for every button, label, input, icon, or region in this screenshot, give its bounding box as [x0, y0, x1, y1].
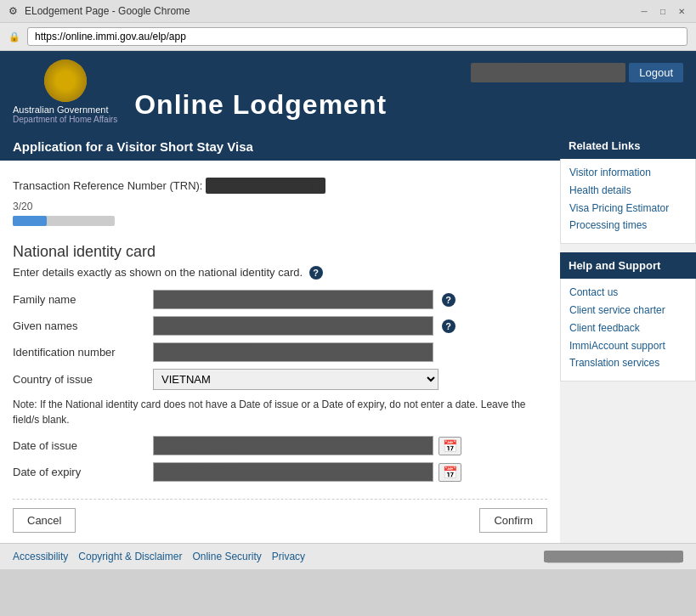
progress-row: 3/20 — [13, 197, 547, 233]
logo-image — [44, 59, 87, 102]
date-issue-calendar-icon[interactable]: 📅 — [439, 437, 461, 455]
sidebar-link-contact[interactable]: Contact us — [569, 285, 687, 300]
given-names-help-icon[interactable]: ? — [442, 319, 456, 333]
date-expiry-group: 📅 — [153, 462, 547, 482]
page-title: Online Lodgement — [134, 89, 387, 121]
browser-window: ⚙ ELodgement Page - Google Chrome ─ □ ✕ … — [0, 0, 696, 51]
progress-text: 3/20 — [13, 201, 32, 212]
trn-label: Transaction Reference Number (TRN): — [13, 179, 202, 192]
maximize-button[interactable]: □ — [657, 5, 669, 17]
sidebar-link-immiaccount[interactable]: ImmiAccount support — [569, 339, 687, 353]
section-help-icon[interactable]: ? — [309, 266, 323, 280]
country-field: VIETNAM AUSTRALIA OTHER — [153, 369, 547, 390]
cancel-button[interactable]: Cancel — [13, 508, 76, 533]
lock-icon: 🔒 — [8, 31, 20, 42]
sidebar-link-feedback[interactable]: Client feedback — [569, 321, 687, 336]
trn-value: ██████████████ — [206, 178, 325, 194]
main-container: Application for a Visitor Short Stay Vis… — [0, 133, 696, 543]
gov-logo: Australian Government Department of Home… — [13, 59, 117, 124]
sidebar-link-service-charter[interactable]: Client service charter — [569, 303, 687, 318]
content-area: Application for a Visitor Short Stay Vis… — [0, 133, 560, 543]
date-expiry-input[interactable] — [153, 462, 433, 482]
id-number-label: Identification number — [13, 346, 153, 359]
date-issue-row: Date of issue 📅 — [13, 436, 547, 455]
date-issue-label: Date of issue — [13, 439, 153, 452]
date-expiry-row: Date of expiry 📅 — [13, 462, 547, 482]
related-links-list: Visitor information Health details Visa … — [560, 159, 696, 244]
given-names-row: Given names ? — [13, 316, 547, 336]
country-label: Country of issue — [13, 373, 153, 386]
titlebar: ⚙ ELodgement Page - Google Chrome ─ □ ✕ — [0, 0, 696, 23]
date-issue-field: 📅 — [153, 436, 547, 455]
id-number-row: Identification number — [13, 342, 547, 362]
date-expiry-calendar-icon[interactable]: 📅 — [439, 463, 461, 482]
address-bar: 🔒 — [0, 23, 696, 50]
header: Australian Government Department of Home… — [0, 51, 696, 133]
logout-button[interactable]: Logout — [629, 63, 683, 82]
section-title: National identity card — [13, 243, 547, 261]
country-row: Country of issue VIETNAM AUSTRALIA OTHER — [13, 369, 547, 390]
id-number-input[interactable] — [153, 342, 433, 362]
section-desc: Enter details exactly as shown on the na… — [13, 266, 547, 280]
date-expiry-label: Date of expiry — [13, 466, 153, 478]
footer-link-privacy[interactable]: Privacy — [272, 551, 305, 562]
related-links-heading: Related Links — [560, 133, 696, 159]
footer-info: ████████████████████ — [544, 551, 683, 562]
family-name-label: Family name — [13, 293, 153, 306]
family-name-row: Family name ? — [13, 290, 547, 309]
date-expiry-field: 📅 — [153, 462, 547, 482]
footer-links: Accessibility Copyright & Disclaimer Onl… — [13, 551, 305, 562]
family-name-help-icon[interactable]: ? — [442, 293, 456, 307]
page: Australian Government Department of Home… — [0, 51, 696, 569]
help-links-list: Contact us Client service charter Client… — [560, 279, 696, 381]
button-row: Cancel Confirm — [13, 499, 547, 533]
footer-redacted-info: ████████████████████ — [544, 551, 683, 562]
minimize-button[interactable]: ─ — [638, 5, 650, 17]
window-controls[interactable]: ─ □ ✕ — [638, 5, 688, 17]
form-area: Transaction Reference Number (TRN): ████… — [0, 161, 560, 543]
given-names-field: ? — [153, 316, 547, 336]
family-name-field: ? — [153, 290, 547, 309]
logo-circle — [44, 59, 87, 102]
sidebar-link-translation[interactable]: Translation services — [569, 356, 687, 370]
date-issue-group: 📅 — [153, 436, 547, 455]
footer-link-accessibility[interactable]: Accessibility — [13, 551, 68, 562]
sidebar-link-visitor-info[interactable]: Visitor information — [569, 166, 687, 180]
date-issue-input[interactable] — [153, 436, 433, 455]
gear-icon: ⚙ — [8, 5, 18, 17]
progress-bar-container — [13, 216, 115, 226]
country-select[interactable]: VIETNAM AUSTRALIA OTHER — [153, 369, 439, 390]
family-name-input[interactable] — [153, 290, 433, 309]
page-heading: Application for a Visitor Short Stay Vis… — [0, 133, 560, 161]
footer-link-security[interactable]: Online Security — [192, 551, 261, 562]
footer-link-copyright[interactable]: Copyright & Disclaimer — [78, 551, 182, 562]
url-input[interactable] — [27, 27, 688, 46]
given-names-input[interactable] — [153, 316, 433, 336]
gov-name: Australian Government Department of Home… — [13, 105, 117, 124]
close-button[interactable]: ✕ — [676, 5, 688, 17]
sidebar-link-processing[interactable]: Processing times — [569, 218, 687, 233]
progress-bar-fill — [13, 216, 47, 226]
related-links-section: Related Links Visitor information Health… — [560, 133, 696, 244]
header-left: Australian Government Department of Home… — [13, 59, 117, 124]
note-box: Note: If the National identity card does… — [13, 397, 547, 427]
browser-title: ⚙ ELodgement Page - Google Chrome — [8, 5, 190, 17]
footer: Accessibility Copyright & Disclaimer Onl… — [0, 543, 696, 569]
sidebar-link-health[interactable]: Health details — [569, 184, 687, 198]
help-heading: Help and Support — [560, 252, 696, 279]
sidebar: Related Links Visitor information Health… — [560, 133, 696, 543]
sidebar-link-visa-pricing[interactable]: Visa Pricing Estimator — [569, 201, 687, 216]
help-section: Help and Support Contact us Client servi… — [560, 252, 696, 381]
confirm-button[interactable]: Confirm — [479, 508, 547, 533]
trn-row: Transaction Reference Number (TRN): ████… — [13, 171, 547, 197]
id-number-field — [153, 342, 547, 362]
given-names-label: Given names — [13, 319, 153, 332]
title-text: ELodgement Page - Google Chrome — [25, 5, 190, 17]
